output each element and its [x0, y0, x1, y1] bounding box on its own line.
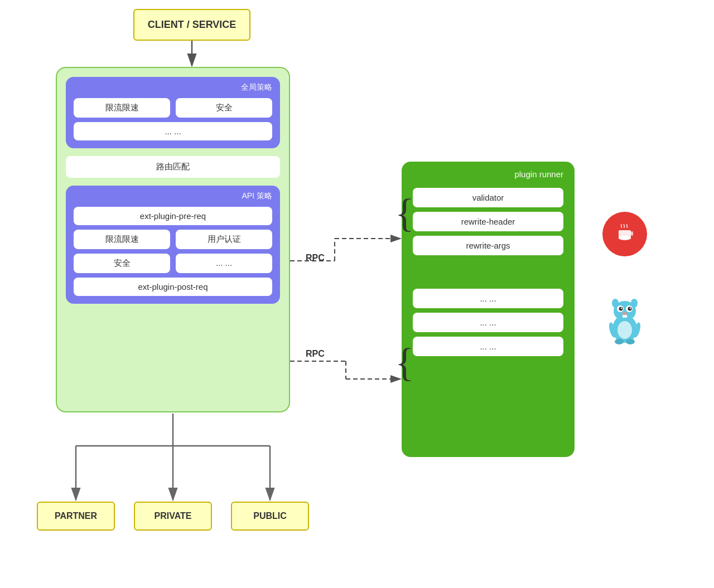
svg-point-19 — [626, 339, 635, 344]
api-policy-title: API 策略 — [74, 191, 272, 201]
global-policy-title: 全局策略 — [74, 82, 272, 93]
gopher-svg — [605, 295, 644, 346]
svg-point-15 — [631, 299, 638, 308]
svg-point-12 — [630, 308, 631, 309]
rpc-label-bottom: RPC — [306, 349, 325, 359]
plugin-group-bottom: ... ... ... ... ... ... — [413, 289, 563, 356]
plugin-more-3: ... ... — [413, 337, 563, 356]
api-security: 安全 — [74, 254, 170, 273]
brace-top: { — [395, 193, 414, 233]
api-policy-row2: 安全 ... ... — [74, 254, 272, 273]
private-box: PRIVATE — [134, 502, 212, 531]
security-pill: 安全 — [176, 98, 272, 118]
client-service-label: CLIENT / SERVICE — [148, 19, 237, 31]
svg-point-14 — [612, 299, 619, 308]
client-service-box: CLIENT / SERVICE — [133, 9, 250, 41]
plugin-runner-title: plugin runner — [413, 169, 563, 179]
ext-plugin-pre-req: ext-plugin-pre-req — [74, 207, 272, 225]
plugin-more-2: ... ... — [413, 313, 563, 332]
rewrite-header-pill: rewrite-header — [413, 212, 563, 231]
plugin-group-top: validator rewrite-header rewrite-args — [413, 188, 563, 255]
api-policy-row1: 限流限速 用户认证 — [74, 230, 272, 249]
svg-rect-4 — [631, 231, 633, 236]
partner-label: PARTNER — [55, 511, 97, 521]
svg-point-11 — [621, 308, 622, 309]
go-gopher-icon — [605, 295, 644, 346]
api-policy-box: API 策略 ext-plugin-pre-req 限流限速 用户认证 安全 .… — [66, 186, 280, 304]
plugin-spacer — [413, 266, 563, 289]
api-user-auth: 用户认证 — [176, 230, 272, 249]
rewrite-args-pill: rewrite-args — [413, 236, 563, 255]
rate-limit-pill: 限流限速 — [74, 98, 170, 118]
svg-rect-3 — [619, 230, 631, 239]
svg-rect-22 — [625, 315, 627, 318]
public-box: PUBLIC — [231, 502, 309, 531]
public-label: PUBLIC — [253, 511, 287, 521]
java-cup-svg — [612, 221, 638, 247]
rpc-label-top: RPC — [306, 253, 325, 263]
global-policy-box: 全局策略 限流限速 安全 ... ... — [66, 77, 280, 148]
svg-point-18 — [615, 339, 624, 344]
route-matching-box: 路由匹配 — [66, 156, 280, 178]
brace-bottom: { — [395, 342, 414, 382]
global-policy-more: ... ... — [74, 122, 272, 140]
partner-box: PARTNER — [37, 502, 115, 531]
api-more: ... ... — [176, 254, 272, 273]
ext-plugin-post-req: ext-plugin-post-req — [74, 278, 272, 296]
plugin-runner-box: plugin runner validator rewrite-header r… — [402, 162, 575, 457]
java-icon — [602, 212, 647, 256]
svg-point-9 — [619, 307, 623, 311]
java-circle — [602, 212, 647, 256]
diagram: CLIENT / SERVICE 全局策略 限流限速 安全 ... ... 路由… — [0, 0, 714, 588]
validator-pill: validator — [413, 188, 563, 207]
svg-point-20 — [617, 321, 632, 339]
svg-point-13 — [622, 312, 628, 315]
main-green-container: 全局策略 限流限速 安全 ... ... 路由匹配 API 策略 ext-plu… — [56, 67, 290, 412]
svg-point-10 — [628, 307, 632, 311]
api-rate-limit: 限流限速 — [74, 230, 170, 249]
svg-rect-21 — [623, 315, 625, 318]
global-policy-row1: 限流限速 安全 — [74, 98, 272, 118]
plugin-more-1: ... ... — [413, 289, 563, 308]
private-label: PRIVATE — [155, 511, 192, 521]
